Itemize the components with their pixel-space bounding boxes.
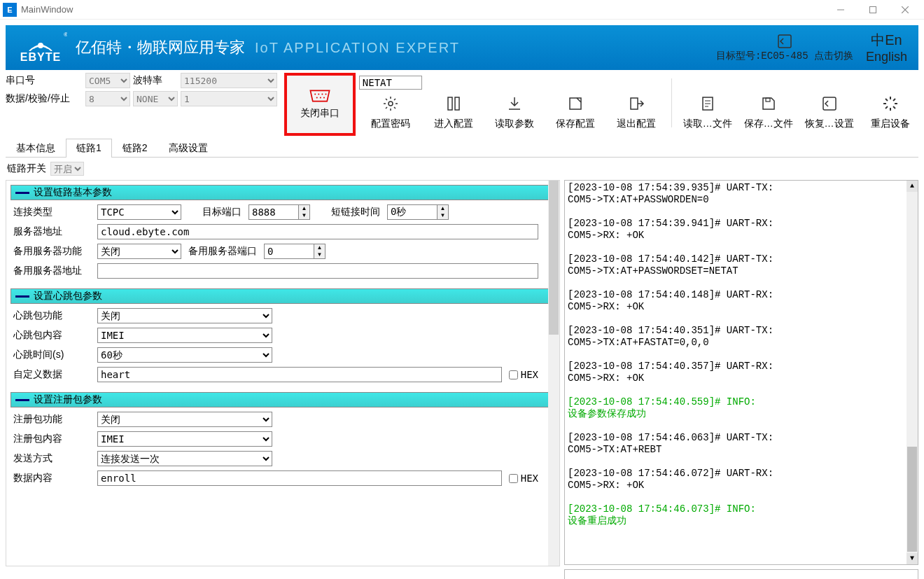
section-basic-header: 设置链路基本参数 <box>10 185 555 200</box>
exit-icon <box>626 94 646 113</box>
log-line: COM5->RX: +OK <box>568 230 915 242</box>
svg-line-26 <box>886 106 888 109</box>
svg-point-10 <box>323 97 325 99</box>
target-model-button[interactable]: 目标型号:EC05-485 点击切换 <box>716 33 853 62</box>
log-line: COM5->RX: +OK <box>568 372 915 384</box>
register-func-select[interactable]: 关闭 <box>97 412 272 427</box>
logo: ® EBYTE <box>14 32 67 64</box>
read-file-tool[interactable]: 读取…文件 <box>679 73 736 134</box>
heartbeat-func-select[interactable]: 关闭 <box>97 308 272 323</box>
maximize-button[interactable] <box>857 0 889 20</box>
data-select[interactable]: 8 <box>85 91 130 106</box>
backup-port-spinner[interactable]: ▲▼ <box>264 244 326 259</box>
netat-input[interactable] <box>359 76 422 90</box>
conn-type-label: 连接类型 <box>13 206 90 218</box>
save-config-tool[interactable]: 保存配置 <box>547 73 604 134</box>
log-line <box>568 242 915 253</box>
log-line: 设备参数保存成功 <box>568 408 915 420</box>
server-addr-input[interactable] <box>97 224 538 239</box>
short-conn-spinner[interactable]: ▲▼ <box>387 204 449 220</box>
log-line <box>568 384 915 396</box>
close-serial-button[interactable]: 关闭串口 <box>284 73 356 136</box>
heartbeat-content-select[interactable]: IMEI <box>97 328 272 343</box>
register-hex-checkbox[interactable]: HEX <box>509 473 538 484</box>
file-save-icon <box>759 94 778 113</box>
register-mode-select[interactable]: 连接发送一次 <box>97 451 272 466</box>
loading-icon <box>881 94 900 113</box>
read-params-tool[interactable]: 读取参数 <box>486 73 543 134</box>
brand-english: IoT APPLICATION EXPERT <box>255 40 460 56</box>
log-line: COM5->TX:AT+PASSWORDSET=NETAT <box>568 265 915 277</box>
log-output[interactable]: [2023-10-08 17:54:39.935]# UART-TX:COM5-… <box>564 180 918 565</box>
register-mode-label: 发送方式 <box>13 452 90 465</box>
log-line: [2023-10-08 17:54:46.072]# UART-RX: <box>568 468 915 480</box>
save-file-tool[interactable]: 保存…文件 <box>740 73 797 134</box>
log-line: [2023-10-08 17:54:40.148]# UART-RX: <box>568 289 915 301</box>
log-line: [2023-10-08 17:54:40.142]# UART-TX: <box>568 253 915 265</box>
log-line <box>568 277 915 289</box>
heartbeat-time-select[interactable]: 60秒 <box>97 347 272 363</box>
svg-point-6 <box>321 93 323 95</box>
backup-addr-input[interactable] <box>97 263 538 279</box>
svg-point-8 <box>316 97 318 99</box>
tab-advanced[interactable]: 高级设置 <box>158 139 218 158</box>
enter-config-tool[interactable]: 进入配置 <box>426 73 482 134</box>
port-select[interactable]: COM5 <box>85 73 130 88</box>
title-bar: E MainWindow <box>0 0 924 20</box>
backup-func-select[interactable]: 关闭 <box>97 244 181 259</box>
conn-type-select[interactable]: TCPC <box>97 204 181 220</box>
backup-port-label: 备用服务器端口 <box>188 245 257 258</box>
register-data-label: 数据内容 <box>13 472 90 484</box>
log-scrollbar[interactable]: ▲ ▼ <box>906 181 918 564</box>
separator <box>671 78 672 127</box>
tabs: 基本信息 链路1 链路2 高级设置 <box>6 139 918 158</box>
window-title: MainWindow <box>21 4 73 15</box>
dst-port-spinner[interactable]: ▲▼ <box>248 204 310 220</box>
baud-select[interactable]: 115200 <box>181 73 277 88</box>
log-line <box>568 349 915 361</box>
restore-tool[interactable]: 恢复…设置 <box>801 73 858 134</box>
toolbar: 串口号 COM5 波特率 115200 数据/校验/停止 8 NONE 1 关闭… <box>6 73 918 136</box>
svg-line-24 <box>893 106 895 109</box>
register-data-input[interactable] <box>97 470 502 486</box>
link-switch-select[interactable]: 开启 <box>50 162 84 176</box>
svg-line-25 <box>893 99 895 101</box>
exit-config-tool[interactable]: 退出配置 <box>608 73 665 134</box>
svg-rect-0 <box>870 6 876 13</box>
baud-label: 波特率 <box>133 74 178 87</box>
parity-select[interactable]: NONE <box>133 91 178 106</box>
svg-point-11 <box>388 102 393 106</box>
svg-point-4 <box>314 93 316 95</box>
reboot-tool[interactable]: 重启设备 <box>862 73 918 134</box>
log-line <box>568 491 915 503</box>
stop-select[interactable]: 1 <box>181 91 277 106</box>
log-line: 设备重启成功 <box>568 515 915 527</box>
short-conn-label: 短链接时间 <box>331 206 380 218</box>
section-heartbeat-header: 设置心跳包参数 <box>10 288 555 304</box>
svg-rect-12 <box>448 97 452 110</box>
minimize-button[interactable] <box>825 0 857 20</box>
send-textbox[interactable] <box>564 569 918 579</box>
log-line: [2023-10-08 17:54:39.935]# UART-TX: <box>568 182 915 194</box>
tab-basic-info[interactable]: 基本信息 <box>6 139 66 158</box>
config-password-tool[interactable]: 配置密码 <box>360 73 421 134</box>
log-line <box>568 313 915 325</box>
backup-func-label: 备用服务器功能 <box>13 245 90 258</box>
heartbeat-custom-input[interactable] <box>97 367 502 382</box>
left-scrollbar[interactable] <box>548 181 559 566</box>
heartbeat-hex-checkbox[interactable]: HEX <box>509 369 538 380</box>
close-button[interactable] <box>889 0 921 20</box>
left-panel: 设置链路基本参数 连接类型 TCPC 目标端口 ▲▼ 短链接时间 ▲▼ 服务器地… <box>6 180 560 566</box>
language-button[interactable]: 中En English <box>866 31 907 64</box>
log-line: COM5->TX:AT+FASTAT=0,0,0 <box>568 337 915 349</box>
dst-port-label: 目标端口 <box>202 206 241 218</box>
server-addr-label: 服务器地址 <box>13 225 90 238</box>
tab-link2[interactable]: 链路2 <box>112 139 158 158</box>
svg-point-7 <box>325 93 326 95</box>
heartbeat-custom-label: 自定义数据 <box>13 368 90 381</box>
log-line: COM5->RX: +OK <box>568 480 915 491</box>
log-line: COM5->TX:AT+REBT <box>568 444 915 456</box>
port-label: 串口号 <box>6 74 83 87</box>
tab-link1[interactable]: 链路1 <box>66 139 112 158</box>
register-content-select[interactable]: IMEI <box>97 431 272 447</box>
